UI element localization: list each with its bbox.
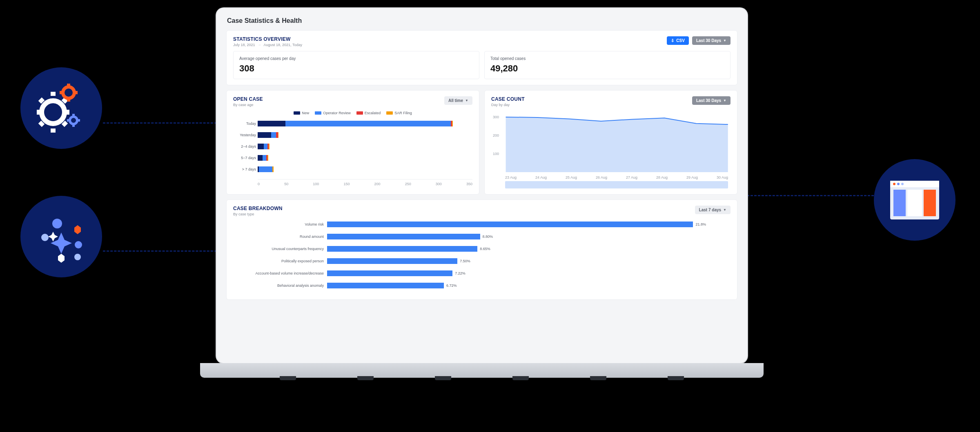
connector-line: [103, 122, 220, 124]
legend-label: SAR Filing: [394, 111, 412, 115]
case-breakdown-panel: CASE BREAKDOWN By case type Last 7 days …: [226, 199, 737, 300]
export-csv-button[interactable]: ⇩ CSV: [667, 36, 689, 45]
overview-range-dropdown[interactable]: Last 30 Days ▼: [692, 36, 731, 45]
hbar-label: 5−7 days: [233, 156, 256, 160]
hbar-track: [258, 132, 472, 138]
x-tick: 0: [258, 182, 260, 186]
hbar-row: Today: [258, 120, 472, 127]
breakdown-bar: [327, 234, 480, 239]
svg-line-8: [40, 122, 43, 125]
hbar-segment: [263, 155, 266, 161]
stat-label: Average opened cases per day: [239, 56, 473, 61]
case-count-title: CASE COUNT: [491, 96, 525, 102]
connector-line: [103, 250, 220, 252]
svg-marker-20: [74, 225, 81, 234]
x-tick: 25 Aug: [566, 175, 577, 179]
breakdown-label: Unusual counterparts frequency: [233, 247, 324, 251]
decorative-window-icon: [874, 159, 956, 241]
hbar-label: Yesterday: [233, 133, 256, 137]
svg-point-14: [70, 117, 77, 124]
legend-label: New: [302, 111, 309, 115]
brush-scrubber[interactable]: [505, 181, 728, 188]
breakdown-value: 8.65%: [480, 247, 490, 251]
chevron-down-icon: ▼: [723, 39, 726, 42]
open-case-range-dropdown[interactable]: All time ▼: [444, 96, 472, 105]
y-tick: 200: [493, 133, 499, 137]
hbar-label: > 7 days: [233, 167, 256, 171]
breakdown-bar: [327, 246, 477, 252]
x-tick: 28 Aug: [656, 175, 668, 179]
case-count-subtitle: Day by day: [491, 103, 525, 107]
svg-rect-34: [924, 190, 936, 216]
breakdown-label: Volume risk: [233, 222, 324, 226]
breakdown-value: 21.8%: [695, 222, 706, 226]
legend-item: Escalated: [356, 111, 381, 115]
hbar-segment: [272, 166, 274, 172]
breakdown-bar: [327, 270, 452, 276]
breakdown-chart: Volume risk21.8%Round amount8.80%Unusual…: [233, 220, 731, 290]
x-tick: 350: [466, 182, 472, 186]
svg-point-24: [75, 241, 82, 248]
hbar-segment: [285, 121, 451, 126]
breakdown-row: Round amount8.80%: [327, 233, 706, 241]
breakdown-row: Volume risk21.8%: [327, 220, 706, 228]
breakdown-label: Behavioral analysis anomaly: [233, 284, 324, 288]
stat-total-opened: Total opened cases 49,280: [484, 51, 731, 79]
case-count-panel: CASE COUNT Day by day Last 30 Days ▼ 100…: [484, 90, 737, 195]
connector-line: [743, 195, 874, 196]
legend-item: New: [294, 111, 309, 115]
chevron-down-icon: ▼: [465, 99, 468, 102]
x-tick: 150: [343, 182, 350, 186]
breakdown-label: Account-based volume increase/decrease: [233, 271, 324, 275]
hbar-row: 5−7 days: [258, 154, 472, 162]
x-tick: 29 Aug: [686, 175, 698, 179]
x-axis: 050100150200250300350: [258, 179, 472, 186]
hbar-segment: [259, 166, 272, 172]
open-case-title: OPEN CASE: [233, 96, 263, 102]
hbar-row: 2−4 days: [258, 143, 472, 150]
overview-date-range: July 18, 2021 → August 18, 2021, Today: [233, 43, 302, 47]
svg-rect-32: [893, 190, 906, 216]
breakdown-subtitle: By case type: [233, 212, 283, 216]
case-count-chart: 10020030023 Aug24 Aug25 Aug26 Aug27 Aug2…: [491, 111, 731, 188]
y-tick: 100: [493, 152, 499, 156]
svg-point-29: [893, 183, 895, 185]
x-tick: 27 Aug: [626, 175, 637, 179]
svg-point-30: [897, 183, 900, 185]
svg-line-5: [40, 99, 43, 102]
hbar-segment: [267, 155, 268, 161]
legend-label: Operator Review: [323, 111, 351, 115]
hbar-segment: [452, 121, 453, 126]
legend-swatch: [356, 111, 363, 115]
decorative-gears-icon: [20, 67, 102, 149]
svg-point-9: [63, 87, 74, 98]
svg-line-7: [63, 99, 66, 102]
legend-item: Operator Review: [315, 111, 351, 115]
chevron-down-icon: ▼: [723, 208, 726, 212]
arrow-right-icon: →: [258, 43, 261, 47]
breakdown-value: 8.80%: [483, 235, 493, 239]
date-from: July 18, 2021: [233, 43, 255, 47]
svg-line-6: [63, 122, 66, 125]
case-count-range-dropdown[interactable]: Last 30 Days ▼: [692, 96, 731, 105]
hbar-segment: [271, 132, 276, 138]
stat-value: 49,280: [490, 63, 724, 74]
hbar-segment: [258, 132, 271, 138]
legend-item: SAR Filing: [386, 111, 412, 115]
hbar-label: Today: [233, 122, 256, 126]
breakdown-bar: [327, 222, 693, 227]
hbar-row: > 7 days: [258, 166, 472, 173]
laptop-frame: Case Statistics & Health STATISTICS OVER…: [216, 8, 747, 378]
hbar-track: [258, 144, 472, 149]
hbar-track: [258, 155, 472, 161]
open-case-subtitle: By case age: [233, 103, 263, 107]
breakdown-range-dropdown[interactable]: Last 7 days ▼: [695, 206, 731, 214]
svg-marker-23: [48, 232, 58, 241]
svg-point-31: [901, 183, 904, 185]
x-tick: 200: [374, 182, 381, 186]
svg-point-19: [52, 219, 62, 228]
x-tick: 100: [313, 182, 319, 186]
hbar-segment: [264, 144, 267, 149]
breakdown-value: 7.22%: [455, 271, 466, 275]
svg-marker-25: [58, 254, 65, 263]
